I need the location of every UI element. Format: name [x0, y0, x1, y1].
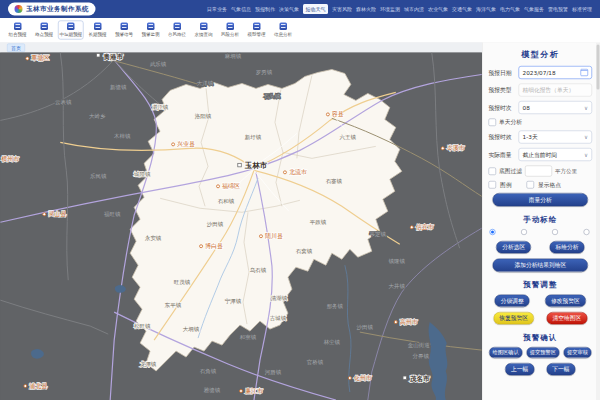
confirm-button-2[interactable]: 提交审核 — [564, 347, 592, 358]
chevron-down-icon: ∨ — [584, 151, 588, 158]
map-label-town-in: 石和镇 — [218, 198, 235, 205]
menu-item-8[interactable]: 城市内涝 — [404, 6, 424, 13]
menu-item-15[interactable]: 标准管理 — [572, 6, 592, 13]
map-filter-input[interactable] — [525, 166, 552, 177]
map-marker — [326, 113, 329, 116]
single-day-checkbox[interactable] — [489, 119, 497, 127]
calendar-icon[interactable] — [581, 69, 589, 76]
forecast-type-input: 精细化报告（单天） — [519, 84, 593, 97]
map-label-county: 陆川县 — [265, 232, 283, 239]
add-analysis-result-button[interactable]: 添加分析结果到绘区 — [493, 259, 589, 273]
menu-item-0[interactable]: 日常业务 — [207, 6, 227, 13]
color-option-blue[interactable] — [490, 229, 498, 235]
map-label-county: 高州市 — [400, 318, 418, 325]
menu-item-14[interactable]: 雷电预警 — [548, 6, 568, 13]
logo-icon — [15, 5, 23, 13]
tab-label: 长期预报 — [89, 31, 107, 38]
toolbar-tab-8[interactable]: 风险分析 — [218, 21, 243, 40]
color-radio-orange[interactable] — [552, 229, 558, 235]
clear-drawing-area-button[interactable]: 清空绘图区 — [547, 312, 588, 325]
map-label-town-in: 宁潭镇 — [225, 298, 242, 305]
forecast-period-row: 预报时效 1-3天 ∨ — [489, 131, 593, 144]
toolbar-tab-3[interactable]: 长期预报 — [85, 21, 110, 40]
menu-item-7[interactable]: 环境监测 — [380, 6, 400, 13]
menu-item-10[interactable]: 交通气象 — [452, 6, 472, 13]
map-marker — [394, 321, 397, 324]
menu-item-9[interactable]: 农业气象 — [428, 6, 448, 13]
forecast-time-value: 08 — [523, 104, 530, 111]
toolbar-tab-9[interactable]: 模型管理 — [244, 21, 269, 40]
menu-item-13[interactable]: 气象服务 — [524, 6, 544, 13]
color-radio-red[interactable] — [583, 229, 589, 235]
map-filter-unit: 平方公里 — [555, 167, 577, 175]
top-navbar: 玉林市业务制作系统 日常业务气象信息预报制作决策气象短临天气灾害风险森林火险环境… — [0, 0, 600, 18]
rain-analysis-button[interactable]: 雨量分析 — [493, 193, 589, 207]
toolbar-tab-7[interactable]: 水情查询 — [191, 21, 216, 40]
tab-label: 预警监测 — [142, 31, 160, 38]
map-label-town-out: 云表镇 — [55, 99, 72, 105]
map-label-town-out: 和寮镇 — [240, 334, 257, 340]
menu-item-2[interactable]: 预报制作 — [255, 6, 275, 13]
forecast-period-select[interactable]: 1-3天 ∨ — [519, 131, 593, 144]
plot-btn-row: 分析选区标绘分析 — [489, 241, 593, 254]
map-label-town-out: 官桥镇 — [307, 359, 324, 365]
toolbar-tab-1[interactable]: 格点预报 — [32, 21, 57, 40]
map-label-county: 横州市 — [1, 155, 19, 162]
map-label-town-in: 六王镇 — [340, 134, 357, 140]
confirm-button-0[interactable]: 绘图区确认 — [489, 347, 522, 358]
menu-item-12[interactable]: 电力气象 — [500, 6, 520, 13]
tab-label: 水情查询 — [195, 31, 213, 38]
forecast-time-select[interactable]: 08 ∨ — [519, 101, 593, 114]
plot-button-0[interactable]: 分析选区 — [496, 241, 531, 254]
menu-item-1[interactable]: 气象信息 — [231, 6, 251, 13]
app-title: 玉林市业务制作系统 — [26, 5, 89, 14]
document-icon — [200, 23, 208, 31]
legend-checkbox[interactable] — [489, 181, 497, 189]
color-option-yellow[interactable] — [521, 229, 529, 235]
main-area: 首页 贵港市玉林市茂名市覃塘区横州市灵山县浦北县兴业县容县北流市福绵区陆川县博白… — [0, 43, 600, 400]
toolbar-tab-5[interactable]: 预警监测 — [138, 21, 163, 40]
show-grid-label: 显示格点 — [538, 181, 561, 189]
map-marker — [403, 376, 406, 379]
app-logo[interactable]: 玉林市业务制作系统 — [8, 3, 96, 16]
plot-color-row — [490, 229, 592, 235]
color-radio-blue[interactable] — [490, 229, 496, 235]
plot-button-1[interactable]: 标绘分析 — [549, 241, 584, 254]
map-label-county: 廉江市 — [245, 387, 263, 394]
map-canvas[interactable]: 贵港市玉林市茂名市覃塘区横州市灵山县浦北县兴业县容县北流市福绵区陆川县博白县信宜… — [0, 53, 482, 400]
actual-rain-select[interactable]: 截止当前时间 ∨ — [519, 148, 593, 161]
toolbar-tab-2[interactable]: 中短期预报 — [58, 21, 84, 40]
map-label-city: 茂名市 — [409, 375, 430, 383]
document-icon — [173, 23, 181, 31]
map-label-town-in: 湛江镇 — [152, 104, 169, 111]
menu-item-5[interactable]: 灾害风险 — [332, 6, 352, 13]
toolbar-tab-0[interactable]: 组合预报 — [5, 21, 30, 40]
menu-item-11[interactable]: 海洋气象 — [476, 6, 496, 13]
map-filter-checkbox[interactable] — [489, 167, 497, 175]
forecast-date-input[interactable]: 2023/07/18 — [519, 66, 593, 79]
menu-item-4[interactable]: 短临天气 — [303, 4, 328, 14]
scrollbar-thumb[interactable] — [597, 45, 600, 90]
map-label-town-out: 大岭乡 — [89, 113, 106, 119]
document-icon — [67, 23, 75, 31]
adjust-button-0[interactable]: 分级调整 — [495, 295, 530, 308]
color-radio-yellow[interactable] — [521, 229, 527, 235]
color-option-orange[interactable] — [552, 229, 560, 235]
menu-item-6[interactable]: 森林火险 — [356, 6, 376, 13]
menu-item-3[interactable]: 决策气象 — [279, 6, 299, 13]
color-option-red[interactable] — [583, 229, 591, 235]
restore-warning-area-button[interactable]: 恢复预警区 — [493, 312, 534, 325]
app-root: 玉林市业务制作系统 日常业务气象信息预报制作决策气象短临天气灾害风险森林火险环境… — [0, 0, 600, 400]
toolbar-tab-10[interactable]: 信息分析 — [271, 21, 296, 40]
nav-button-1[interactable]: 下一幅 — [546, 363, 575, 376]
toolbar-tab-4[interactable]: 预警信号 — [112, 21, 137, 40]
map-marker — [410, 226, 413, 229]
map-marker — [24, 385, 27, 388]
adjust-button-1[interactable]: 修改预警区 — [545, 295, 586, 308]
show-grid-checkbox[interactable] — [527, 181, 535, 189]
sidebar-scrollbar[interactable] — [596, 43, 600, 400]
confirm-button-1[interactable]: 提交预警区 — [526, 347, 559, 358]
nav-button-0[interactable]: 上一幅 — [505, 363, 534, 376]
breadcrumb-home-link[interactable]: 首页 — [7, 43, 25, 52]
toolbar-tab-6[interactable]: 台风路径 — [165, 21, 190, 40]
